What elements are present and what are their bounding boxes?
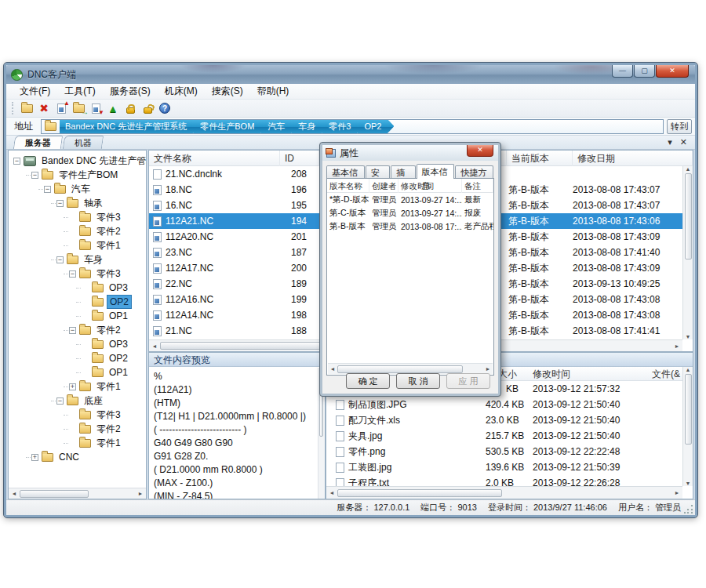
dialog-tab-摘要[interactable]: 摘要 xyxy=(391,165,415,179)
toolbar-button-unlock[interactable] xyxy=(139,100,156,116)
tree-item-CNC[interactable]: +CNC xyxy=(9,450,146,464)
tree-item-零件3[interactable]: −零件3 xyxy=(9,408,146,422)
collapse-icon[interactable]: − xyxy=(56,200,64,207)
attachment-row[interactable]: 子程序.txt2.0 KB2013-09-12 22:26:28 xyxy=(326,475,682,486)
dialog-hscrollbar[interactable]: ◄ ► xyxy=(328,363,493,374)
tree-item-零件2[interactable]: −零件2 xyxy=(9,323,146,337)
tree-item-Bandex DNC 先进生产管理系统[interactable]: −Bandex DNC 先进生产管理系统 xyxy=(9,154,146,168)
attachment-row[interactable]: 夹具.jpg215.7 KB2013-09-12 21:50:40 xyxy=(326,428,682,444)
breadcrumb-segment[interactable]: 零件生产BOM xyxy=(193,119,267,134)
go-button[interactable]: 转到 xyxy=(667,119,692,134)
attachment-row[interactable]: 制品顶图.JPG420.4 KB2013-09-12 21:50:40 xyxy=(326,397,682,412)
version-column-版本名称[interactable]: 版本名称 xyxy=(327,179,369,193)
tree-hscrollbar[interactable]: ◄ ► xyxy=(9,488,146,499)
breadcrumb-segment[interactable]: Bandex DNC 先进生产管理系统 xyxy=(60,119,199,134)
tree-item-OP2[interactable]: −OP2 xyxy=(9,351,146,365)
toolbar-button-upload-file[interactable]: ▲ xyxy=(53,100,70,116)
ok-button[interactable]: 确 定 xyxy=(346,373,390,389)
scroll-right-arrow[interactable]: ► xyxy=(671,343,682,349)
tree-item-轴承[interactable]: −轴承 xyxy=(9,196,146,210)
scroll-thumb[interactable] xyxy=(685,374,692,445)
attachment-row[interactable]: 工装图.jpg139.6 KB2013-09-12 21:50:39 xyxy=(326,459,682,475)
scroll-right-arrow[interactable]: ► xyxy=(135,491,146,496)
menu-item-m[interactable]: 机床(M) xyxy=(158,84,205,99)
scroll-left-arrow[interactable]: ◄ xyxy=(326,490,337,495)
toolbar-button-lock[interactable] xyxy=(122,100,139,116)
collapse-icon[interactable]: − xyxy=(44,186,51,193)
attachments-hscrollbar[interactable]: ◄ ► xyxy=(326,486,682,499)
scroll-down-arrow[interactable]: ▼ xyxy=(686,481,691,486)
column-header-name[interactable]: 文件名称 xyxy=(149,151,280,166)
list-vscrollbar[interactable]: ▲ ▼ xyxy=(682,166,693,339)
dialog-close-button[interactable]: ✕ xyxy=(467,145,493,157)
version-column-修改时间[interactable]: 修改时间 xyxy=(398,179,462,193)
maximize-button[interactable]: ▢ xyxy=(634,65,655,78)
version-column-创建者[interactable]: 创建者 xyxy=(369,179,398,193)
menu-item-s[interactable]: 搜索(S) xyxy=(205,84,250,99)
attachments-vscrollbar[interactable]: ▲ ▼ xyxy=(682,367,693,486)
dialog-tab-基本信息[interactable]: 基本信息 xyxy=(326,165,365,179)
column-header-modified[interactable]: 修改日期 xyxy=(573,151,693,166)
tree-item-零件1[interactable]: −零件1 xyxy=(9,238,146,252)
toolbar-button-help[interactable]: ? xyxy=(156,100,173,116)
toolbar-button-send[interactable]: ▲ xyxy=(104,100,122,116)
menu-item-s[interactable]: 服务器(S) xyxy=(103,84,158,99)
tree-item-OP3[interactable]: −OP3 xyxy=(9,337,146,351)
tab-服务器[interactable]: 服务器 xyxy=(13,136,63,149)
collapse-icon[interactable]: − xyxy=(31,172,38,179)
menu-item-t[interactable]: 工具(T) xyxy=(57,84,102,99)
scroll-thumb[interactable] xyxy=(337,365,463,373)
chevron-down-icon[interactable]: ▾ xyxy=(668,137,672,147)
minimize-button[interactable]: — xyxy=(612,65,633,78)
tree-item-零件3[interactable]: −零件3 xyxy=(9,210,146,224)
collapse-icon[interactable]: − xyxy=(69,327,76,334)
dialog-tab-安全[interactable]: 安全 xyxy=(366,165,390,179)
collapse-icon[interactable]: − xyxy=(56,397,64,405)
scroll-right-arrow[interactable]: ► xyxy=(483,366,493,372)
resize-grip[interactable] xyxy=(684,504,693,514)
toolbar-button-open-folder[interactable] xyxy=(18,100,35,116)
attachment-row[interactable]: 零件.png530.5 KB2013-09-12 22:22:48 xyxy=(326,444,682,459)
scroll-thumb[interactable] xyxy=(685,173,692,260)
tree-item-车身[interactable]: −车身 xyxy=(9,252,146,267)
scroll-left-arrow[interactable]: ◄ xyxy=(9,491,20,496)
tab-机器[interactable]: 机器 xyxy=(63,136,104,149)
scroll-up-arrow[interactable]: ▲ xyxy=(686,367,691,372)
attachment-row[interactable]: 配刀文件.xls23.0 KB2013-09-12 21:50:40 xyxy=(326,412,682,428)
tree-item-底座[interactable]: −底座 xyxy=(9,394,146,408)
cancel-button[interactable]: 取 消 xyxy=(396,373,440,389)
toolbar-button-delete[interactable]: ✖ xyxy=(35,100,53,116)
tree-item-零件生产BOM[interactable]: −零件生产BOM xyxy=(9,168,146,182)
column-header-version[interactable]: 当前版本 xyxy=(507,151,573,166)
expand-icon[interactable]: + xyxy=(69,383,76,390)
scroll-thumb[interactable] xyxy=(20,490,89,498)
tree-item-零件3[interactable]: −零件3 xyxy=(9,267,146,281)
scroll-right-arrow[interactable]: ► xyxy=(671,490,682,495)
menu-item-f[interactable]: 文件(F) xyxy=(13,84,57,99)
dialog-tab-快捷方式[interactable]: 快捷方式 xyxy=(455,165,493,179)
collapse-icon[interactable]: − xyxy=(56,256,64,263)
menu-item-h[interactable]: 帮助(H) xyxy=(250,84,297,99)
tree-item-汽车[interactable]: −汽车 xyxy=(9,182,146,196)
tree-item-零件1[interactable]: −零件1 xyxy=(9,436,146,450)
tree-item-OP1[interactable]: −OP1 xyxy=(9,309,146,323)
tree-item-OP3[interactable]: −OP3 xyxy=(9,281,146,295)
version-column-备注[interactable]: 备注 xyxy=(462,179,493,193)
close-panel-icon[interactable]: ✕ xyxy=(680,137,687,147)
dialog-tab-版本信息[interactable]: 版本信息 xyxy=(417,164,455,179)
tree-item-OP2[interactable]: −OP2 xyxy=(9,295,146,309)
scroll-up-arrow[interactable]: ▲ xyxy=(686,166,691,172)
version-row[interactable]: 第-B-版本管理员2013-08-08 17:...老产品程序 xyxy=(327,220,493,233)
collapse-icon[interactable]: − xyxy=(13,158,20,165)
tree-item-OP1[interactable]: −OP1 xyxy=(9,365,146,379)
column-header-time[interactable]: 修改时间 xyxy=(533,367,636,381)
tree-item-零件2[interactable]: −零件2 xyxy=(9,422,146,436)
version-row[interactable]: *第-D-版本管理员2013-09-27 14:...最新 xyxy=(327,193,493,206)
tree-item-零件1[interactable]: +零件1 xyxy=(9,379,146,394)
toolbar-button-export-folder[interactable]: → xyxy=(70,100,87,116)
collapse-icon[interactable]: − xyxy=(69,270,76,278)
expand-icon[interactable]: + xyxy=(31,454,38,461)
scroll-thumb[interactable] xyxy=(337,489,502,497)
scroll-left-arrow[interactable]: ◄ xyxy=(149,343,160,349)
close-button[interactable]: ✕ xyxy=(656,65,689,78)
